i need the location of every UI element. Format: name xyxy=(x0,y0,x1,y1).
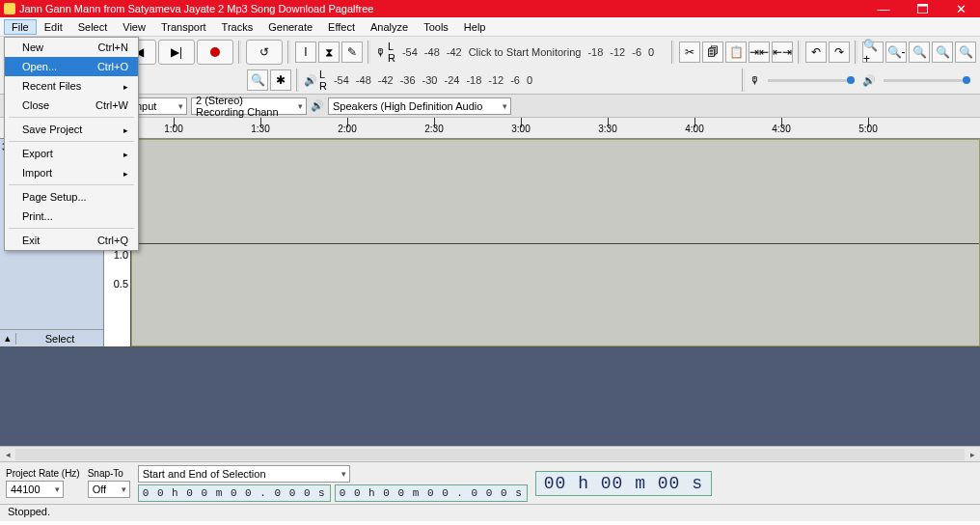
audio-position-time[interactable]: 00 h 00 m 00 s xyxy=(535,471,712,496)
toolbar-area: ❚❚ ▶ ■ |◀ ▶| ↺ I ⧗ ✎ 🎙 LR -54-48-42Click… xyxy=(0,37,980,95)
track-select-button[interactable]: Select xyxy=(15,333,103,345)
zoom-toggle-button[interactable]: 🔍 xyxy=(955,41,976,63)
trim-button[interactable]: ⇥⇤ xyxy=(749,41,770,63)
multi-tool[interactable]: ✱ xyxy=(270,69,291,91)
selection-mode-select[interactable]: Start and End of Selection xyxy=(138,465,350,483)
play-device-icon: 🔊 xyxy=(311,99,324,112)
menu-edit[interactable]: Edit xyxy=(37,19,70,35)
copy-button[interactable]: 🗐 xyxy=(702,41,723,63)
rec-vol-icon: 🎙 xyxy=(749,74,760,86)
mic-icon: 🎙 xyxy=(375,46,386,58)
redo-button[interactable]: ↷ xyxy=(829,41,850,63)
menu-file[interactable]: File xyxy=(4,19,37,35)
file-menu-export[interactable]: Export xyxy=(5,144,138,163)
envelope-tool[interactable]: ⧗ xyxy=(318,41,340,63)
menu-help[interactable]: Help xyxy=(456,19,494,35)
selection-start-time[interactable]: 0 0 h 0 0 m 0 0 . 0 0 0 s xyxy=(138,484,331,502)
skip-end-button[interactable]: ▶| xyxy=(158,40,195,65)
selection-bar: Project Rate (Hz) 44100 Snap-To Off Star… xyxy=(0,461,980,504)
track-area: 32-bit float ▴ Select 1.00.50.0-0.5-1.01… xyxy=(0,139,980,347)
record-meter[interactable]: -54-48-42Click to Start Monitoring-18-12… xyxy=(399,46,667,58)
fit-selection-button[interactable]: 🔍 xyxy=(909,41,930,63)
file-menu-save-project[interactable]: Save Project xyxy=(5,120,138,139)
record-volume-slider[interactable] xyxy=(768,79,855,82)
timeline-ruler[interactable]: 301:001:302:002:303:003:304:004:305:00 xyxy=(0,118,980,139)
file-menu-import[interactable]: Import xyxy=(5,163,138,182)
zoom-in-button[interactable]: 🔍+ xyxy=(862,41,884,63)
title-bar: Jann Gann Mann from Satyameva Jayate 2 M… xyxy=(0,0,980,17)
fit-project-button[interactable]: 🔍 xyxy=(932,41,953,63)
file-menu-print-[interactable]: Print... xyxy=(5,207,138,226)
playback-volume-slider[interactable] xyxy=(884,79,970,82)
draw-tool[interactable]: ✎ xyxy=(341,41,363,63)
snap-to-label: Snap-To xyxy=(88,468,130,479)
device-bar: 🔊 osoft Sound Mapper - Input 2 (Stereo) … xyxy=(0,95,980,118)
file-menu-exit[interactable]: ExitCtrl+Q xyxy=(5,231,138,250)
play-meter[interactable]: -54-48-42-36-30-24-18-12-60 xyxy=(331,74,737,86)
selection-tool[interactable]: I xyxy=(295,41,316,63)
maximize-button[interactable]: 🗖 xyxy=(903,0,941,17)
menu-view[interactable]: View xyxy=(115,19,153,35)
project-rate-label: Project Rate (Hz) xyxy=(6,468,80,479)
menu-tracks[interactable]: Tracks xyxy=(214,19,261,35)
menu-tools[interactable]: Tools xyxy=(416,19,456,35)
selection-end-time[interactable]: 0 0 h 0 0 m 0 0 . 0 0 0 s xyxy=(335,484,528,502)
record-button[interactable] xyxy=(197,40,233,65)
play-vol-icon: 🔊 xyxy=(862,74,876,87)
menu-analyze[interactable]: Analyze xyxy=(363,19,416,35)
cut-button[interactable]: ✂ xyxy=(679,41,700,63)
empty-track-area xyxy=(0,347,980,446)
file-menu-open-[interactable]: Open...Ctrl+O xyxy=(5,57,138,76)
undo-button[interactable]: ↶ xyxy=(805,41,827,63)
file-menu-recent-files[interactable]: Recent Files xyxy=(5,76,138,96)
window-controls: — 🗖 ✕ xyxy=(864,0,980,17)
zoom-tool[interactable]: 🔍 xyxy=(247,69,268,91)
menu-generate[interactable]: Generate xyxy=(260,19,320,35)
file-menu-new[interactable]: NewCtrl+N xyxy=(5,38,138,57)
paste-button[interactable]: 📋 xyxy=(725,41,747,63)
project-rate-select[interactable]: 44100 xyxy=(6,481,64,498)
menu-transport[interactable]: Transport xyxy=(153,19,214,35)
file-menu-page-setup-[interactable]: Page Setup... xyxy=(5,187,138,207)
file-menu-dropdown: NewCtrl+NOpen...Ctrl+ORecent FilesCloseC… xyxy=(4,37,139,251)
file-menu-close[interactable]: CloseCtrl+W xyxy=(5,96,138,115)
h-scrollbar[interactable]: ◂▸ xyxy=(0,446,980,461)
silence-button[interactable]: ⇤⇥ xyxy=(772,41,793,63)
zoom-out-button[interactable]: 🔍- xyxy=(885,41,907,63)
speaker-icon: 🔊 xyxy=(304,74,317,87)
window-title: Jann Gann Mann from Satyameva Jayate 2 M… xyxy=(19,3,374,14)
record-channels-select[interactable]: 2 (Stereo) Recording Chann xyxy=(191,97,307,115)
loop-button[interactable]: ↺ xyxy=(246,40,283,65)
close-button[interactable]: ✕ xyxy=(941,0,980,17)
app-icon xyxy=(4,3,15,14)
menu-effect[interactable]: Effect xyxy=(320,19,363,35)
snap-to-select[interactable]: Off xyxy=(88,481,130,498)
status-bar: Stopped. xyxy=(0,504,980,521)
menu-select[interactable]: Select xyxy=(70,19,116,35)
track-collapse-button[interactable]: ▴ xyxy=(0,332,15,345)
menu-bar: FileEditSelectViewTransportTracksGenerat… xyxy=(0,17,980,37)
waveform-canvas[interactable] xyxy=(131,139,980,346)
play-device-select[interactable]: Speakers (High Definition Audio xyxy=(328,97,511,115)
minimize-button[interactable]: — xyxy=(864,0,903,17)
